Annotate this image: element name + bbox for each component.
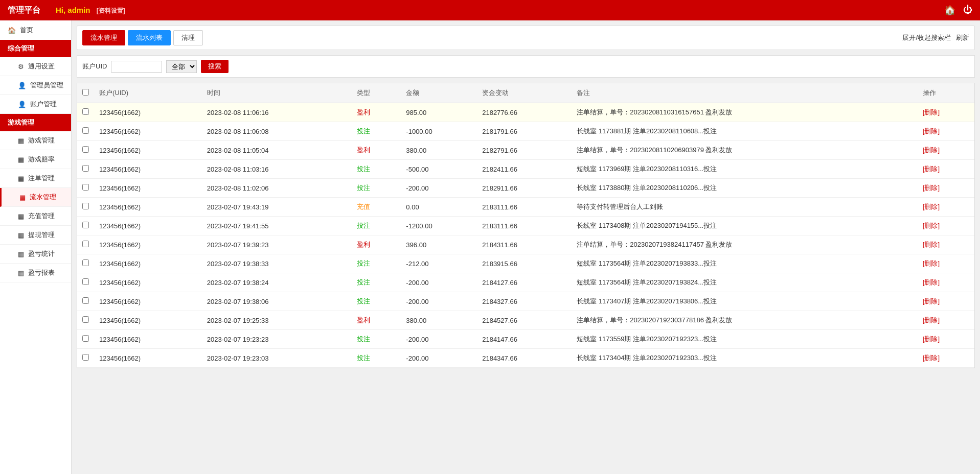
cell-remark: 注单结算，单号：20230207192303778186 盈利发放 xyxy=(572,311,918,330)
cell-amount: -212.00 xyxy=(401,254,477,273)
cell-time: 2023-02-07 19:25:33 xyxy=(202,311,352,330)
row-checkbox[interactable] xyxy=(82,127,89,134)
flow-table: 账户(UID) 时间 类型 金额 资金变动 备注 操作 123456(1662)… xyxy=(77,83,974,368)
delete-action[interactable]: [删除] xyxy=(923,222,940,229)
settings-icon: ⚙ xyxy=(18,63,24,70)
delete-action[interactable]: [删除] xyxy=(923,146,940,154)
sidebar-item-profit-stats[interactable]: ▦ 盈亏统计 xyxy=(0,245,71,264)
config-link[interactable]: [资料设置] xyxy=(97,7,125,14)
row-checkbox[interactable] xyxy=(82,203,89,209)
col-type: 类型 xyxy=(352,83,401,103)
section-title-game: 游戏管理 xyxy=(0,114,71,131)
uid-input[interactable] xyxy=(111,61,162,73)
cell-time: 2023-02-08 11:06:08 xyxy=(202,122,352,141)
delete-action[interactable]: [删除] xyxy=(923,165,940,173)
cell-remark: 短线室 1173564期 注单20230207193824...投注 xyxy=(572,273,918,292)
sidebar-item-profit-report[interactable]: ▦ 盈亏报表 xyxy=(0,264,71,282)
cell-action: [删除] xyxy=(918,311,974,330)
expand-search-label[interactable]: 展开/收起搜索栏 xyxy=(902,33,951,42)
table-row: 123456(1662) 2023-02-07 19:43:19 充值 0.00… xyxy=(77,198,974,217)
search-bar: 账户UID 全部 搜索 xyxy=(77,55,975,78)
sidebar-item-recharge-management[interactable]: ▦ 充值管理 xyxy=(0,207,71,226)
delete-action[interactable]: [删除] xyxy=(923,203,940,210)
cell-uid: 123456(1662) xyxy=(94,160,202,179)
cell-type: 投注 xyxy=(352,254,401,273)
row-checkbox[interactable] xyxy=(82,259,89,266)
tab-clear[interactable]: 清理 xyxy=(173,30,203,45)
row-checkbox[interactable] xyxy=(82,146,89,153)
cell-balance: 2184311.66 xyxy=(477,235,572,254)
cell-remark: 长线室 1173407期 注单20230207193806...投注 xyxy=(572,292,918,311)
sidebar-item-game-odds[interactable]: ▦ 游戏赔率 xyxy=(0,150,71,169)
row-checkbox[interactable] xyxy=(82,108,89,115)
game-icon: ▦ xyxy=(18,137,24,145)
row-checkbox[interactable] xyxy=(82,297,89,304)
cell-action: [删除] xyxy=(918,141,974,160)
sidebar-item-flow-management[interactable]: ▦ 流水管理 xyxy=(0,188,71,207)
sidebar-item-account-management[interactable]: 👤 账户管理 xyxy=(0,95,71,114)
sidebar-item-withdraw-management[interactable]: ▦ 提现管理 xyxy=(0,226,71,245)
cell-balance: 2183111.66 xyxy=(477,217,572,235)
delete-action[interactable]: [删除] xyxy=(923,259,940,267)
cell-remark: 短线室 1173564期 注单20230207193833...投注 xyxy=(572,254,918,273)
select-all-checkbox[interactable] xyxy=(82,89,89,96)
tab-flow-list[interactable]: 流水列表 xyxy=(128,30,171,45)
cell-amount: -200.00 xyxy=(401,349,477,368)
home-nav-icon: 🏠 xyxy=(8,27,16,34)
sidebar-item-game-management[interactable]: ▦ 游戏管理 xyxy=(0,131,71,150)
search-button[interactable]: 搜索 xyxy=(201,60,229,73)
cell-balance: 2184127.66 xyxy=(477,273,572,292)
row-checkbox[interactable] xyxy=(82,354,89,361)
cell-time: 2023-02-07 19:38:33 xyxy=(202,254,352,273)
cell-action: [删除] xyxy=(918,160,974,179)
col-amount: 金额 xyxy=(401,83,477,103)
cell-amount: 380.00 xyxy=(401,141,477,160)
row-checkbox[interactable] xyxy=(82,241,89,247)
cell-uid: 123456(1662) xyxy=(94,198,202,217)
delete-action[interactable]: [删除] xyxy=(923,127,940,135)
row-checkbox[interactable] xyxy=(82,335,89,342)
sidebar-item-admin-management[interactable]: 👤 管理员管理 xyxy=(0,76,71,95)
sidebar-item-home[interactable]: 🏠 首页 xyxy=(0,20,71,40)
tab-flow-management[interactable]: 流水管理 xyxy=(82,30,125,45)
sidebar-item-label: 账户管理 xyxy=(30,100,57,109)
delete-action[interactable]: [删除] xyxy=(923,335,940,343)
delete-action[interactable]: [删除] xyxy=(923,184,940,192)
cell-action: [删除] xyxy=(918,198,974,217)
delete-action[interactable]: [删除] xyxy=(923,278,940,286)
type-select[interactable]: 全部 xyxy=(166,60,197,73)
delete-action[interactable]: [删除] xyxy=(923,241,940,248)
cell-type: 投注 xyxy=(352,330,401,349)
sidebar-item-order-management[interactable]: ▦ 注单管理 xyxy=(0,169,71,188)
row-checkbox[interactable] xyxy=(82,184,89,191)
delete-action[interactable]: [删除] xyxy=(923,108,940,116)
row-checkbox[interactable] xyxy=(82,278,89,285)
sidebar-item-label: 盈亏报表 xyxy=(28,268,55,277)
delete-action[interactable]: [删除] xyxy=(923,316,940,324)
cell-time: 2023-02-08 11:02:06 xyxy=(202,179,352,198)
cell-uid: 123456(1662) xyxy=(94,141,202,160)
row-checkbox[interactable] xyxy=(82,165,89,172)
sidebar-item-general-settings[interactable]: ⚙ 通用设置 xyxy=(0,57,71,76)
cell-type: 盈利 xyxy=(352,103,401,122)
delete-action[interactable]: [删除] xyxy=(923,354,940,362)
admin-icon: 👤 xyxy=(18,82,26,89)
power-icon[interactable]: ⏻ xyxy=(963,5,972,16)
cell-time: 2023-02-07 19:41:55 xyxy=(202,217,352,235)
top-header: 管理平台 Hi, admin [资料设置] 🏠 ⏻ xyxy=(0,0,980,20)
row-checkbox[interactable] xyxy=(82,222,89,228)
home-icon[interactable]: 🏠 xyxy=(944,5,955,16)
sidebar-item-label: 流水管理 xyxy=(30,193,56,202)
row-checkbox[interactable] xyxy=(82,316,89,323)
uid-label: 账户UID xyxy=(82,62,107,71)
tab-actions: 展开/收起搜索栏 刷新 xyxy=(902,33,969,42)
refresh-btn[interactable]: 刷新 xyxy=(956,33,969,42)
cell-remark: 长线室 1173408期 注单20230207194155...投注 xyxy=(572,217,918,235)
table-row: 123456(1662) 2023-02-07 19:38:24 投注 -200… xyxy=(77,273,974,292)
cell-uid: 123456(1662) xyxy=(94,254,202,273)
cell-action: [删除] xyxy=(918,273,974,292)
cell-time: 2023-02-08 11:03:16 xyxy=(202,160,352,179)
cell-type: 投注 xyxy=(352,349,401,368)
cell-type: 盈利 xyxy=(352,235,401,254)
delete-action[interactable]: [删除] xyxy=(923,297,940,305)
